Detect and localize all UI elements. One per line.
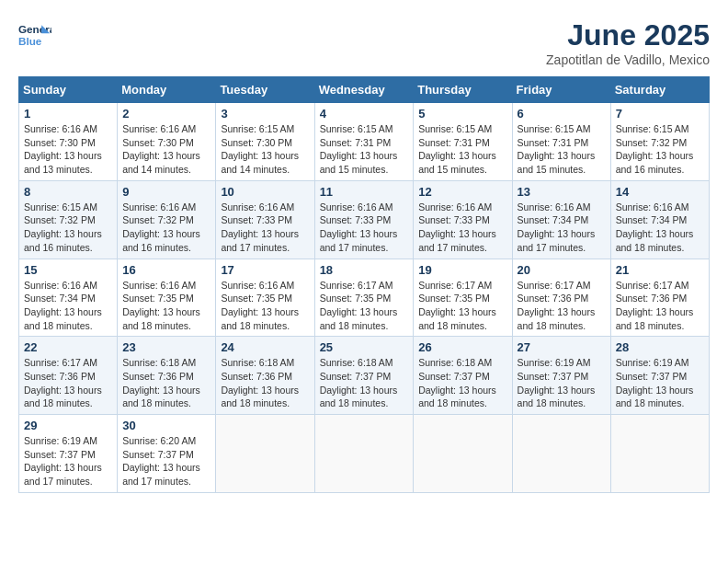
- cell-empty: [314, 415, 414, 493]
- cell-empty: [610, 415, 709, 493]
- cell-jun7: 7Sunrise: 6:15 AMSunset: 7:32 PMDaylight…: [610, 103, 709, 181]
- table-row: 15Sunrise: 6:16 AMSunset: 7:34 PMDayligh…: [19, 259, 710, 337]
- header-friday: Friday: [512, 77, 610, 103]
- table-row: 29Sunrise: 6:19 AMSunset: 7:37 PMDayligh…: [19, 415, 710, 493]
- cell-jun10: 10Sunrise: 6:16 AMSunset: 7:33 PMDayligh…: [216, 180, 314, 259]
- cell-jun24: 24Sunrise: 6:18 AMSunset: 7:36 PMDayligh…: [216, 337, 314, 415]
- cell-jun27: 27Sunrise: 6:19 AMSunset: 7:37 PMDayligh…: [512, 337, 610, 415]
- cell-jun25: 25Sunrise: 6:18 AMSunset: 7:37 PMDayligh…: [314, 337, 414, 415]
- cell-jun18: 18Sunrise: 6:17 AMSunset: 7:35 PMDayligh…: [314, 259, 414, 337]
- cell-jun5: 5Sunrise: 6:15 AMSunset: 7:31 PMDaylight…: [414, 103, 512, 181]
- cell-jun19: 19Sunrise: 6:17 AMSunset: 7:35 PMDayligh…: [414, 259, 512, 337]
- cell-jun16: 16Sunrise: 6:16 AMSunset: 7:35 PMDayligh…: [118, 259, 216, 337]
- logo-icon: General Blue: [18, 18, 51, 52]
- cell-jun26: 26Sunrise: 6:18 AMSunset: 7:37 PMDayligh…: [414, 337, 512, 415]
- cell-jun1: 1Sunrise: 6:16 AMSunset: 7:30 PMDaylight…: [19, 103, 118, 181]
- cell-jun17: 17Sunrise: 6:16 AMSunset: 7:35 PMDayligh…: [216, 259, 314, 337]
- cell-jun28: 28Sunrise: 6:19 AMSunset: 7:37 PMDayligh…: [610, 337, 709, 415]
- cell-jun15: 15Sunrise: 6:16 AMSunset: 7:34 PMDayligh…: [19, 259, 118, 337]
- header-saturday: Saturday: [610, 77, 709, 103]
- table-row: 8Sunrise: 6:15 AMSunset: 7:32 PMDaylight…: [19, 180, 710, 259]
- cell-jun30: 30Sunrise: 6:20 AMSunset: 7:37 PMDayligh…: [118, 415, 216, 493]
- table-row: 1Sunrise: 6:16 AMSunset: 7:30 PMDaylight…: [19, 103, 710, 181]
- cell-jun3: 3Sunrise: 6:15 AMSunset: 7:30 PMDaylight…: [216, 103, 314, 181]
- location-subtitle: Zapotitlan de Vadillo, Mexico: [546, 52, 710, 67]
- header-tuesday: Tuesday: [216, 77, 314, 103]
- cell-jun9: 9Sunrise: 6:16 AMSunset: 7:32 PMDaylight…: [118, 180, 216, 259]
- cell-jun2: 2Sunrise: 6:16 AMSunset: 7:30 PMDaylight…: [118, 103, 216, 181]
- cell-jun12: 12Sunrise: 6:16 AMSunset: 7:33 PMDayligh…: [414, 180, 512, 259]
- table-row: 22Sunrise: 6:17 AMSunset: 7:36 PMDayligh…: [19, 337, 710, 415]
- cell-jun4: 4Sunrise: 6:15 AMSunset: 7:31 PMDaylight…: [314, 103, 414, 181]
- cell-jun11: 11Sunrise: 6:16 AMSunset: 7:33 PMDayligh…: [314, 180, 414, 259]
- cell-empty: [512, 415, 610, 493]
- page-header: General Blue June 2025 Zapotitlan de Vad…: [18, 18, 710, 67]
- svg-text:General: General: [18, 23, 51, 35]
- header-sunday: Sunday: [19, 77, 118, 103]
- cell-jun14: 14Sunrise: 6:16 AMSunset: 7:34 PMDayligh…: [610, 180, 709, 259]
- cell-jun6: 6Sunrise: 6:15 AMSunset: 7:31 PMDaylight…: [512, 103, 610, 181]
- cell-jun23: 23Sunrise: 6:18 AMSunset: 7:36 PMDayligh…: [118, 337, 216, 415]
- cell-jun29: 29Sunrise: 6:19 AMSunset: 7:37 PMDayligh…: [19, 415, 118, 493]
- logo: General Blue: [18, 18, 51, 52]
- header-thursday: Thursday: [414, 77, 512, 103]
- cell-jun21: 21Sunrise: 6:17 AMSunset: 7:36 PMDayligh…: [610, 259, 709, 337]
- cell-jun8: 8Sunrise: 6:15 AMSunset: 7:32 PMDaylight…: [19, 180, 118, 259]
- cell-jun13: 13Sunrise: 6:16 AMSunset: 7:34 PMDayligh…: [512, 180, 610, 259]
- header-wednesday: Wednesday: [314, 77, 414, 103]
- cell-jun22: 22Sunrise: 6:17 AMSunset: 7:36 PMDayligh…: [19, 337, 118, 415]
- cell-empty: [414, 415, 512, 493]
- cell-empty: [216, 415, 314, 493]
- calendar-table: SundayMondayTuesdayWednesdayThursdayFrid…: [18, 76, 710, 493]
- title-block: June 2025 Zapotitlan de Vadillo, Mexico: [546, 18, 710, 67]
- cell-jun20: 20Sunrise: 6:17 AMSunset: 7:36 PMDayligh…: [512, 259, 610, 337]
- header-monday: Monday: [118, 77, 216, 103]
- svg-text:Blue: Blue: [18, 35, 42, 47]
- month-title: June 2025: [546, 18, 710, 52]
